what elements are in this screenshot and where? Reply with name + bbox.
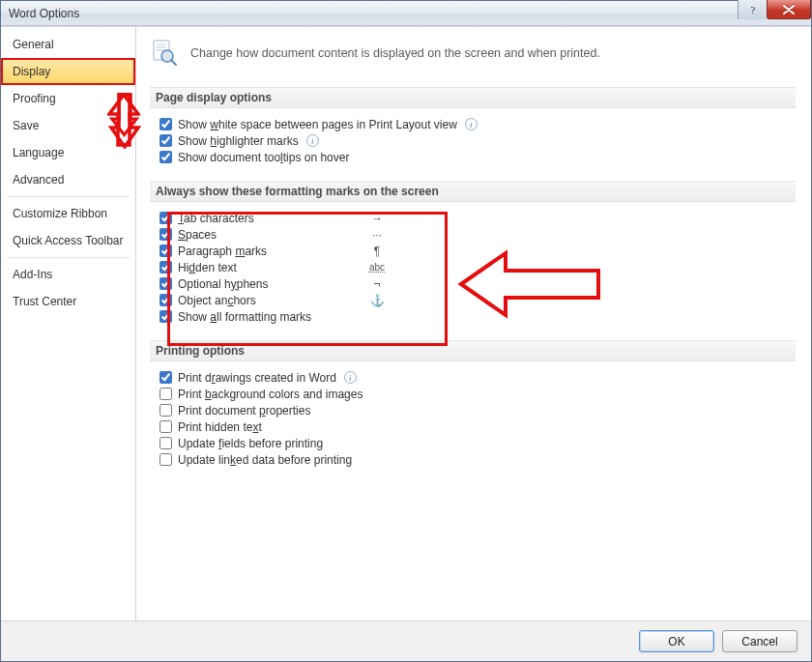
checkbox-object-anchors[interactable] xyxy=(160,294,172,306)
checkbox-white-space[interactable] xyxy=(160,118,172,130)
help-icon: ? xyxy=(747,4,759,15)
checkbox-print-properties[interactable] xyxy=(160,404,172,417)
hyphen-symbol-icon: ¬ xyxy=(358,277,396,291)
titlebar: Word Options ? xyxy=(1,1,811,26)
option-label: Show white space between pages in Print … xyxy=(178,118,457,131)
sidebar-item-display[interactable]: Display xyxy=(1,58,135,85)
option-label: Show document tooltips on hover xyxy=(178,151,349,164)
checkbox-update-linked-data[interactable] xyxy=(160,453,172,466)
sidebar-separator xyxy=(7,257,130,258)
section-printing: Print drawings created in Word i Print b… xyxy=(150,369,796,468)
hidden-text-symbol-icon: abc xyxy=(358,262,396,273)
option-optional-hyphens: Optional hyphens ¬ xyxy=(160,275,796,292)
section-formatting-header: Always show these formatting marks on th… xyxy=(150,181,796,202)
option-label: Show highlighter marks xyxy=(178,134,299,148)
sidebar-item-add-ins[interactable]: Add-Ins xyxy=(1,261,135,288)
sidebar-item-language[interactable]: Language xyxy=(1,139,135,166)
sidebar-separator xyxy=(7,196,130,197)
word-options-dialog: Word Options ? General Display Proofing … xyxy=(0,0,812,662)
dialog-buttons: OK Cancel xyxy=(1,620,811,661)
option-highlighter: Show highlighter marks i xyxy=(160,132,796,149)
sidebar-item-label: Language xyxy=(13,146,64,159)
checkbox-tab-characters[interactable] xyxy=(160,212,172,224)
window-buttons: ? xyxy=(738,0,811,19)
sidebar: General Display Proofing Save Language A… xyxy=(1,27,136,620)
anchor-symbol-icon: ⚓ xyxy=(358,294,396,307)
option-label: Spaces xyxy=(178,228,294,242)
option-white-space: Show white space between pages in Print … xyxy=(160,116,796,132)
sidebar-item-quick-access-toolbar[interactable]: Quick Access Toolbar xyxy=(1,227,135,254)
checkbox-highlighter[interactable] xyxy=(160,134,172,147)
sidebar-item-label: General xyxy=(13,38,54,51)
help-button[interactable]: ? xyxy=(738,0,767,19)
option-update-linked-data: Update linked data before printing xyxy=(160,451,796,468)
spaces-symbol-icon: ··· xyxy=(358,228,396,242)
info-icon[interactable]: i xyxy=(465,118,478,130)
dialog-title: Word Options xyxy=(9,7,79,20)
checkbox-paragraph-marks[interactable] xyxy=(160,245,172,257)
option-label: Show all formatting marks xyxy=(178,310,311,324)
display-preview-icon xyxy=(150,39,179,68)
option-label: Hidden text xyxy=(178,261,294,274)
sidebar-item-label: Save xyxy=(13,119,39,132)
checkbox-optional-hyphens[interactable] xyxy=(160,277,172,290)
svg-text:?: ? xyxy=(750,4,755,15)
panel-header: Change how document content is displayed… xyxy=(150,39,796,68)
panel-header-text: Change how document content is displayed… xyxy=(190,46,600,60)
option-label: Print drawings created in Word xyxy=(178,371,336,385)
checkbox-update-fields[interactable] xyxy=(160,437,172,449)
tab-symbol-icon: → xyxy=(358,212,396,225)
content-row: General Display Proofing Save Language A… xyxy=(1,27,811,620)
main-panel: Change how document content is displayed… xyxy=(136,27,811,620)
option-object-anchors: Object anchors ⚓ xyxy=(160,292,796,308)
option-print-hidden-text: Print hidden text xyxy=(160,418,796,435)
option-print-drawings: Print drawings created in Word i xyxy=(160,369,796,386)
option-label: Print document properties xyxy=(178,404,310,417)
ok-button[interactable]: OK xyxy=(639,630,714,652)
sidebar-item-advanced[interactable]: Advanced xyxy=(1,166,135,193)
checkbox-print-background[interactable] xyxy=(160,388,172,400)
option-tooltips: Show document tooltips on hover xyxy=(160,149,796,165)
option-update-fields: Update fields before printing xyxy=(160,435,796,451)
info-icon[interactable]: i xyxy=(306,134,319,147)
sidebar-item-customize-ribbon[interactable]: Customize Ribbon xyxy=(1,200,135,227)
checkbox-show-all-formatting[interactable] xyxy=(160,310,172,323)
checkbox-hidden-text[interactable] xyxy=(160,261,172,273)
close-icon xyxy=(783,5,795,14)
section-page-display: Show white space between pages in Print … xyxy=(150,116,796,165)
option-print-background: Print background colors and images xyxy=(160,386,796,402)
section-page-display-header: Page display options xyxy=(150,87,796,108)
info-icon[interactable]: i xyxy=(344,371,357,384)
sidebar-item-label: Trust Center xyxy=(13,295,76,308)
dialog-body: General Display Proofing Save Language A… xyxy=(1,26,811,661)
sidebar-item-label: Quick Access Toolbar xyxy=(13,234,124,247)
option-label: Paragraph marks xyxy=(178,245,294,258)
option-print-properties: Print document properties xyxy=(160,402,796,418)
checkbox-tooltips[interactable] xyxy=(160,151,172,163)
option-label: Print hidden text xyxy=(178,420,262,434)
option-tab-characters: Tab characters → xyxy=(160,210,796,226)
sidebar-item-label: Add-Ins xyxy=(13,268,52,281)
sidebar-item-label: Display xyxy=(13,65,50,78)
option-label: Object anchors xyxy=(178,294,294,307)
sidebar-item-label: Proofing xyxy=(13,92,56,105)
cancel-button[interactable]: Cancel xyxy=(722,630,798,652)
sidebar-item-label: Advanced xyxy=(13,173,64,187)
option-label: Print background colors and images xyxy=(178,388,362,401)
sidebar-item-save[interactable]: Save xyxy=(1,112,135,139)
option-label: Optional hyphens xyxy=(178,277,294,291)
checkbox-spaces[interactable] xyxy=(160,228,172,241)
option-spaces: Spaces ··· xyxy=(160,226,796,243)
sidebar-item-trust-center[interactable]: Trust Center xyxy=(1,288,135,315)
sidebar-item-proofing[interactable]: Proofing xyxy=(1,85,135,112)
svg-line-6 xyxy=(171,60,176,65)
option-label: Update linked data before printing xyxy=(178,453,352,467)
checkbox-print-hidden-text[interactable] xyxy=(160,420,172,433)
option-label: Tab characters xyxy=(178,212,294,225)
option-paragraph-marks: Paragraph marks ¶ xyxy=(160,243,796,259)
section-printing-header: Printing options xyxy=(150,340,796,361)
close-button[interactable] xyxy=(767,0,811,19)
checkbox-print-drawings[interactable] xyxy=(160,371,172,384)
sidebar-item-general[interactable]: General xyxy=(1,31,135,58)
section-formatting: Tab characters → Spaces ··· Paragraph ma… xyxy=(150,210,796,325)
